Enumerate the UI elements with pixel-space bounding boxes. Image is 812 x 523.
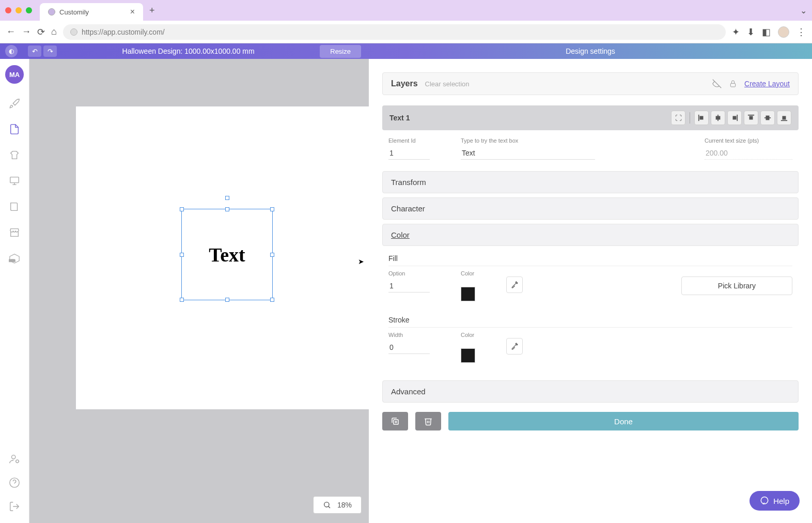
resize-handle-ml[interactable] — [180, 253, 184, 257]
panel-icon[interactable]: ◧ — [762, 26, 771, 38]
fill-eyedropper-icon[interactable] — [506, 276, 523, 293]
svg-point-3 — [12, 455, 15, 459]
advanced-section[interactable]: Advanced — [382, 380, 799, 403]
design-monitor-icon[interactable] — [8, 175, 21, 187]
duplicate-button[interactable] — [382, 412, 408, 430]
site-info-icon[interactable] — [70, 28, 77, 36]
layers-title: Layers — [391, 79, 418, 88]
element-id-input[interactable] — [388, 147, 430, 160]
zoom-value: 18% — [337, 501, 352, 509]
browser-tab[interactable]: Customily × — [40, 3, 143, 21]
align-center-h-button[interactable] — [711, 111, 725, 125]
svg-rect-12 — [716, 116, 721, 120]
done-button[interactable]: Done — [448, 412, 799, 430]
shirt-icon[interactable] — [8, 149, 21, 161]
beta-box-icon[interactable]: BETA — [8, 252, 21, 265]
home-button[interactable]: ⌂ — [51, 26, 57, 37]
selected-layer-row[interactable]: Text 1 ⛶ — [382, 105, 799, 130]
stroke-color-swatch[interactable] — [461, 348, 475, 363]
rotate-handle[interactable] — [225, 196, 229, 200]
clear-selection-button[interactable]: Clear selection — [425, 80, 470, 88]
rocket-icon[interactable] — [8, 97, 21, 110]
exit-icon[interactable] — [8, 500, 21, 513]
text-element-selected[interactable]: Text — [181, 209, 273, 300]
artboard[interactable]: Text — [76, 106, 378, 409]
resize-handle-tr[interactable] — [270, 207, 274, 211]
canvas-area[interactable]: Text ➤ 18% — [29, 59, 369, 523]
redo-button[interactable]: ↷ — [43, 45, 57, 57]
resize-handle-bl[interactable] — [180, 298, 184, 302]
transform-section[interactable]: Transform — [382, 171, 799, 193]
downloads-icon[interactable]: ⬇ — [747, 26, 755, 38]
align-bottom-button[interactable] — [777, 111, 791, 125]
fill-title: Fill — [388, 254, 792, 263]
fill-color-swatch[interactable] — [461, 287, 475, 301]
svg-point-6 — [324, 502, 329, 507]
maximize-window-button[interactable] — [26, 7, 32, 13]
close-tab-icon[interactable]: × — [130, 7, 135, 17]
divider — [690, 112, 690, 124]
stroke-eyedropper-icon[interactable] — [506, 338, 523, 355]
resize-handle-tl[interactable] — [180, 207, 184, 211]
visibility-icon[interactable] — [712, 79, 722, 88]
new-tab-button[interactable]: + — [149, 5, 155, 16]
resize-handle-br[interactable] — [270, 298, 274, 302]
resize-handle-mb[interactable] — [225, 298, 229, 302]
user-badge[interactable]: MA — [5, 65, 24, 84]
stroke-color-label: Color — [461, 332, 475, 338]
browser-toolbar: ← → ⟳ ⌂ https://app.customily.com/ ✦ ⬇ ◧… — [0, 21, 812, 43]
color-section[interactable]: Color — [382, 224, 799, 246]
zoom-control[interactable]: 18% — [313, 496, 362, 514]
delete-button[interactable] — [415, 412, 441, 430]
book-icon[interactable] — [8, 201, 21, 213]
stroke-width-input[interactable] — [388, 341, 430, 354]
user-settings-icon[interactable] — [8, 453, 21, 465]
help-circle-icon[interactable] — [8, 476, 21, 489]
address-bar[interactable]: https://app.customily.com/ — [63, 24, 726, 40]
fill-option-label: Option — [388, 270, 430, 276]
character-section[interactable]: Character — [382, 197, 799, 220]
help-fab[interactable]: Help — [749, 491, 800, 511]
align-center-v-button[interactable] — [760, 111, 775, 125]
svg-rect-0 — [10, 177, 19, 183]
menu-icon[interactable]: ⋮ — [797, 26, 806, 38]
minimize-window-button[interactable] — [15, 7, 22, 13]
panel-title: Design settings — [369, 43, 812, 59]
align-top-button[interactable] — [744, 111, 758, 125]
align-left-button[interactable] — [694, 111, 709, 125]
type-text-input[interactable] — [461, 147, 595, 160]
resize-button[interactable]: Resize — [320, 45, 361, 58]
store-icon[interactable] — [8, 226, 21, 239]
stroke-width-label: Width — [388, 332, 430, 338]
left-rail: MA BETA — [0, 59, 29, 523]
svg-point-4 — [16, 460, 19, 463]
undo-button[interactable]: ↶ — [28, 45, 41, 57]
app-header: ◐ ↶ ↷ Halloween Design: 1000.00x1000.00 … — [0, 43, 812, 59]
type-text-label: Type to try the text box — [461, 137, 595, 144]
back-button[interactable]: ← — [6, 26, 15, 37]
svg-rect-19 — [781, 120, 787, 121]
create-layout-link[interactable]: Create Layout — [744, 80, 790, 88]
app-logo[interactable]: ◐ — [5, 45, 18, 57]
bottom-actions: Done — [382, 412, 799, 430]
forward-button[interactable]: → — [22, 26, 31, 37]
fill-option-input[interactable] — [388, 280, 430, 293]
element-properties: Element Id Type to try the text box Curr… — [382, 130, 799, 167]
file-icon[interactable] — [8, 123, 21, 135]
svg-rect-13 — [737, 115, 738, 121]
extensions-icon[interactable]: ✦ — [732, 26, 740, 38]
stroke-title: Stroke — [388, 316, 792, 324]
reload-button[interactable]: ⟳ — [37, 26, 45, 38]
lock-icon[interactable] — [729, 80, 737, 88]
text-size-label: Current text size (pts) — [705, 137, 792, 144]
close-window-button[interactable] — [5, 7, 11, 13]
align-right-button[interactable] — [727, 111, 742, 125]
svg-rect-8 — [730, 83, 735, 87]
help-label: Help — [773, 497, 789, 505]
tabs-dropdown-icon[interactable]: ⌄ — [800, 6, 807, 16]
profile-avatar[interactable] — [778, 26, 789, 38]
fit-button[interactable]: ⛶ — [671, 111, 685, 125]
resize-handle-mr[interactable] — [270, 253, 274, 257]
pick-library-button[interactable]: Pick Library — [681, 276, 792, 295]
resize-handle-mt[interactable] — [225, 207, 229, 211]
